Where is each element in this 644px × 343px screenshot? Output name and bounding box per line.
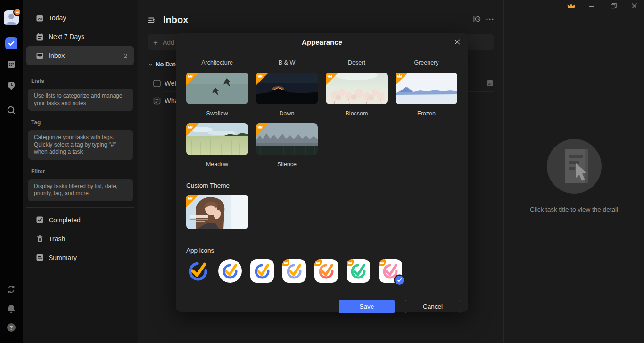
save-button[interactable]: Save <box>339 300 395 313</box>
app-icon-option-classic[interactable] <box>186 259 210 283</box>
app-icon-option-green[interactable] <box>347 259 370 283</box>
sidebar-hint-filter: Display tasks filtered by list, date, pr… <box>28 179 133 201</box>
trash-icon <box>36 235 44 243</box>
crown-icon <box>397 74 402 78</box>
sidebar-section-lists[interactable]: Lists <box>31 78 138 84</box>
theme-option-dawn[interactable]: Dawn <box>256 66 318 117</box>
avatar[interactable] <box>4 10 19 25</box>
completed-checkbox-icon <box>36 216 44 224</box>
task-detail-panel: Click task title to view the detail <box>504 0 644 343</box>
theme-option-blossom[interactable]: Blossom <box>326 66 388 117</box>
crown-icon <box>188 125 193 129</box>
theme-option-meadow[interactable]: Meadow <box>186 117 248 168</box>
minimize-icon[interactable] <box>588 3 595 9</box>
app-icon-option-white-square[interactable] <box>250 259 274 283</box>
chevron-down-icon <box>148 62 153 67</box>
crown-icon <box>188 196 193 200</box>
calendar-nav[interactable] <box>0 59 23 71</box>
premium-crown-icon[interactable] <box>567 2 575 9</box>
sidebar-item-label: Next 7 Days <box>49 33 127 41</box>
sidebar-section-tag[interactable]: Tag <box>31 119 138 126</box>
sidebar-item-trash[interactable]: Trash <box>26 229 134 248</box>
sidebar-section-filter[interactable]: Filter <box>31 168 138 175</box>
crown-icon <box>327 74 332 78</box>
calendar-icon <box>7 59 16 71</box>
close-icon[interactable] <box>454 38 461 46</box>
theme-name: Blossom <box>326 111 388 117</box>
app-icon-option-sunset[interactable] <box>314 259 338 283</box>
theme-thumbnail-frozen[interactable] <box>396 73 457 104</box>
theme-name: Frozen <box>396 111 457 117</box>
note-indicator-icon <box>487 80 493 86</box>
group-header-no-date[interactable]: No Date <box>148 61 179 68</box>
app-icon-option-white-circle[interactable] <box>218 259 242 283</box>
sidebar-item-inbox[interactable]: Inbox 2 <box>26 46 134 65</box>
page-title: Inbox <box>163 15 188 25</box>
app-icon-option-periwinkle[interactable] <box>282 259 306 283</box>
plus-icon: + <box>153 39 158 47</box>
custom-theme-thumbnail[interactable] <box>186 195 248 229</box>
divider <box>26 207 134 208</box>
theme-option-silence[interactable]: Silence <box>256 117 318 168</box>
notification-bell-icon <box>7 304 16 315</box>
sidebar-item-label: Trash <box>49 235 127 243</box>
cancel-button[interactable]: Cancel <box>405 300 461 313</box>
modal-body: ArchitectureB & WDesertGreenery Swallow … <box>176 59 468 320</box>
theme-labels-row: ArchitectureB & WDesertGreenery <box>186 59 458 66</box>
sidebar-item-today[interactable]: 23 Today <box>26 8 134 27</box>
theme-label[interactable]: Desert <box>326 59 388 66</box>
theme-name: Meadow <box>186 162 248 168</box>
theme-option-frozen[interactable]: Frozen <box>396 66 457 117</box>
sidebar-item-count: 2 <box>124 52 127 59</box>
theme-name: Swallow <box>186 111 248 117</box>
help-button[interactable]: ? <box>0 323 23 334</box>
crown-icon <box>257 74 263 78</box>
calendar-today-icon: 23 <box>36 14 44 22</box>
theme-label[interactable]: Architecture <box>186 59 248 66</box>
sync-button[interactable] <box>0 285 23 296</box>
theme-name: Dawn <box>256 111 318 117</box>
app-window: ? 23 Today Next 7 Days Inbox 2 Lists Use… <box>0 0 644 343</box>
theme-thumbnail-blossom[interactable] <box>326 73 388 104</box>
group-label: No Date <box>156 61 179 68</box>
app-icons-title: App icons <box>186 247 458 254</box>
more-icon[interactable] <box>486 18 494 20</box>
sidebar-item-label: Inbox <box>49 52 124 59</box>
appearance-modal: Appearance ArchitectureB & WDesertGreene… <box>176 33 468 312</box>
theme-thumbnail-meadow[interactable] <box>186 123 248 155</box>
theme-option-swallow[interactable]: Swallow <box>186 66 248 117</box>
close-icon[interactable] <box>631 2 637 9</box>
task-checkbox[interactable] <box>153 80 161 87</box>
search-nav[interactable] <box>0 106 23 117</box>
inbox-icon <box>36 52 44 60</box>
note-icon <box>153 97 161 105</box>
calendar-week-icon <box>36 33 44 41</box>
app-rail: ? <box>0 0 23 343</box>
notifications-button[interactable] <box>0 304 23 315</box>
tasks-nav[interactable] <box>0 37 23 49</box>
sidebar-item-summary[interactable]: Summary <box>26 248 134 267</box>
theme-label[interactable]: B & W <box>256 59 318 66</box>
collapse-sidebar-icon[interactable] <box>148 16 157 24</box>
theme-label[interactable]: Greenery <box>396 59 457 66</box>
crown-icon <box>257 125 263 129</box>
summary-icon <box>36 253 44 261</box>
selected-check-badge <box>395 276 404 285</box>
search-icon <box>7 106 16 117</box>
theme-thumbnail-silence[interactable] <box>256 123 318 155</box>
theme-grid: Swallow Dawn Blossom Frozen Meadow Silen… <box>186 66 458 168</box>
sort-icon[interactable] <box>473 15 481 23</box>
svg-text:?: ? <box>9 325 13 331</box>
sidebar-item-next7[interactable]: Next 7 Days <box>26 27 134 46</box>
sidebar-item-completed[interactable]: Completed <box>26 211 134 229</box>
theme-thumbnail-dawn[interactable] <box>256 73 318 104</box>
app-icon-option-pink[interactable] <box>379 259 402 283</box>
maximize-icon[interactable] <box>610 2 617 9</box>
theme-option-custom[interactable] <box>186 195 248 229</box>
tasks-icon <box>5 37 17 49</box>
modal-title: Appearance <box>176 33 468 52</box>
theme-thumbnail-swallow[interactable] <box>186 73 248 104</box>
empty-state-text: Click task title to view the detail <box>504 206 644 213</box>
help-icon: ? <box>7 323 16 334</box>
focus-nav[interactable] <box>0 81 23 93</box>
